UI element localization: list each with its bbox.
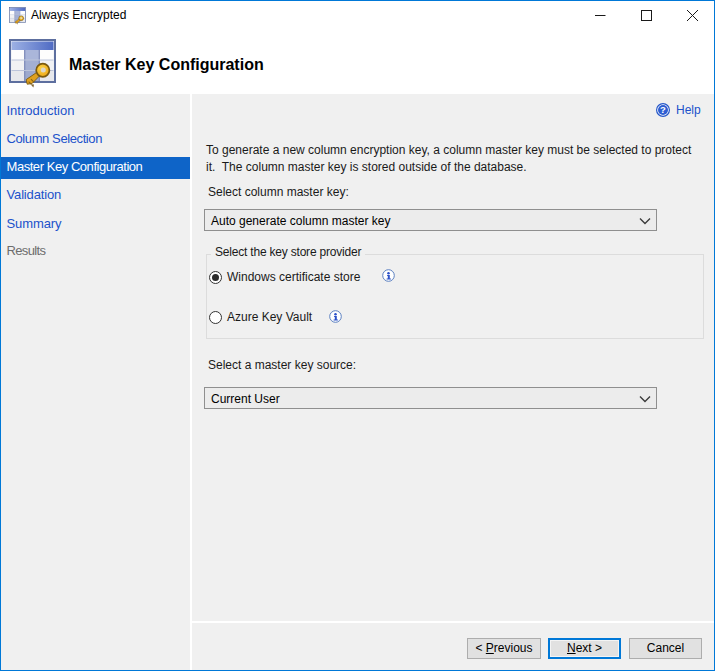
svg-text:?: ? [660, 104, 666, 115]
